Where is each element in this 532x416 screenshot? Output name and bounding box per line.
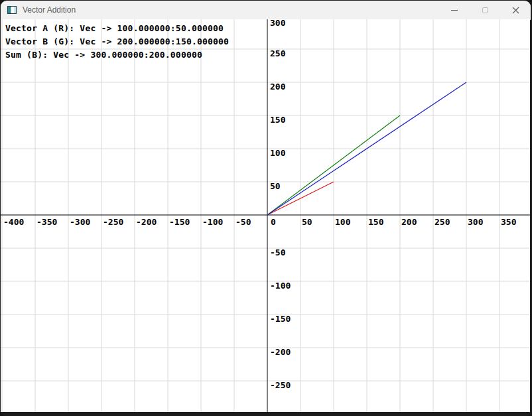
close-icon [512, 7, 519, 14]
y-tick-label: 200 [270, 82, 286, 92]
x-tick-label: -250 [103, 217, 123, 227]
x-tick-label: -200 [136, 217, 157, 227]
x-tick-label: 300 [468, 217, 484, 227]
maximize-icon [482, 7, 488, 13]
y-tick-label: 150 [270, 115, 286, 125]
vector-b-readout: Vector B (G): Vec -> 200.000000:150.0000… [5, 35, 229, 48]
window-title: Vector Addition [23, 5, 76, 15]
x-tick-label: -350 [36, 217, 57, 227]
x-tick-label: -100 [202, 217, 223, 227]
x-tick-label: -50 [235, 217, 251, 227]
x-tick-label: 100 [335, 217, 351, 227]
x-tick-label: 0 [271, 217, 276, 227]
y-tick-label: -50 [270, 247, 286, 257]
y-tick-label: 50 [270, 181, 281, 191]
y-tick-label: 300 [270, 19, 286, 28]
x-tick-label: 150 [368, 217, 384, 227]
vector-info-block: Vector A (R): Vec -> 100.000000:50.00000… [5, 22, 229, 62]
x-tick-label: -150 [169, 217, 190, 227]
y-tick-label: -150 [270, 314, 291, 324]
minimize-button[interactable] [439, 1, 470, 19]
plot-area: -400-350-300-250-200-150-100-50050100150… [1, 19, 530, 412]
y-tick-label: 100 [270, 148, 286, 158]
x-tick-label: 200 [401, 217, 417, 227]
vector-a-readout: Vector A (R): Vec -> 100.000000:50.00000… [5, 22, 229, 35]
minimize-icon [451, 10, 458, 11]
x-tick-label: -400 [3, 217, 24, 227]
app-window: Vector Addition -400-350-300-250-200-150… [0, 0, 532, 416]
y-tick-label: -250 [270, 380, 291, 390]
x-tick-label: 50 [302, 217, 312, 227]
maximize-button[interactable] [470, 1, 500, 19]
y-tick-label: -100 [270, 281, 291, 291]
x-tick-label: 250 [434, 217, 450, 227]
title-bar: Vector Addition [1, 1, 531, 19]
x-tick-label: -300 [70, 217, 90, 227]
app-icon [7, 6, 17, 14]
y-tick-label: 250 [270, 48, 286, 58]
window-controls [439, 1, 531, 19]
vector-plot: -400-350-300-250-200-150-100-50050100150… [1, 19, 530, 412]
vector-sum-readout: Sum (B): Vec -> 300.000000:200.000000 [5, 48, 229, 62]
y-tick-label: -200 [270, 347, 291, 357]
close-button[interactable] [500, 1, 531, 19]
x-tick-label: 350 [501, 217, 517, 227]
